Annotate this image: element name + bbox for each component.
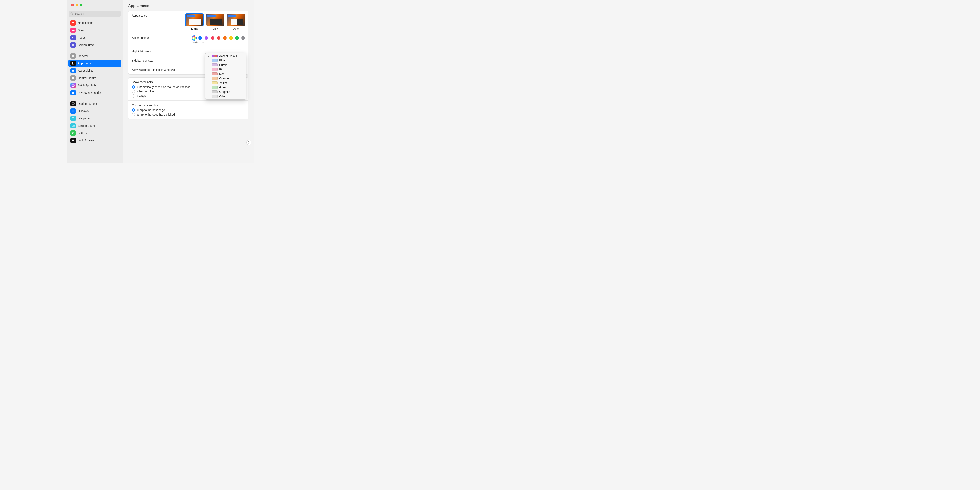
sidebar-item-label: Accessibility [78,69,93,72]
highlight-colour-dropdown[interactable]: ✓Accent ColourBluePurplePinkRedOrangeYel… [205,52,246,100]
sidebar-item-appearance[interactable]: Appearance [68,60,121,67]
sidebar-item-label: Sound [78,29,86,32]
sidebar-item-general[interactable]: General [68,52,121,60]
row-accent-colour: Accent colour Multicolour [129,33,248,47]
dropdown-item-green[interactable]: Green [205,85,246,90]
dropdown-item-label: Red [219,72,224,76]
sidebar-item-label: Wallpaper [78,117,91,120]
sidebar-item-notifications[interactable]: Notifications [68,19,121,27]
appearance-option-dark[interactable]: Dark [206,14,224,30]
radio-option[interactable]: Jump to the spot that's clicked [132,113,245,116]
sidebar-item-screen-saver[interactable]: Screen Saver [68,122,121,129]
accent-swatch-6[interactable] [229,36,233,40]
search-box[interactable] [69,11,121,17]
radio-button[interactable] [132,90,135,93]
svg-rect-4 [72,78,73,79]
bell-icon [70,20,76,25]
accent-swatch-2[interactable] [205,36,208,40]
radio-button[interactable] [132,85,135,89]
search-input[interactable] [75,12,119,15]
dropdown-item-label: Orange [219,77,229,80]
svg-point-9 [73,110,74,112]
sidebar-item-lock-screen[interactable]: Lock Screen [68,137,121,144]
click-scroll-group: Jump to the next pageJump to the spot th… [132,108,245,116]
dropdown-item-orange[interactable]: Orange [205,76,246,81]
sidebar-item-label: Desktop & Dock [78,102,98,105]
radio-button[interactable] [132,94,135,98]
svg-rect-2 [72,77,73,78]
accent-swatch-0[interactable] [192,36,196,40]
svg-point-11 [73,118,73,119]
sidebar-item-privacy-security[interactable]: Privacy & Security [68,89,121,96]
sidebar: NotificationsSoundFocusScreen TimeGenera… [67,0,123,163]
close-button[interactable] [71,4,74,6]
radio-button[interactable] [132,108,135,112]
appearance-option-label: Light [191,27,197,30]
radio-option[interactable]: Jump to the next page [132,108,245,112]
sidebar-item-siri-spotlight[interactable]: Siri & Spotlight [68,82,121,89]
dropdown-item-other[interactable]: Other [205,94,246,99]
dropdown-item-label: Other [219,95,226,98]
dropdown-item-label: Blue [219,59,225,62]
sidebar-item-battery[interactable]: Battery [68,129,121,137]
sidebar-item-sound[interactable]: Sound [68,27,121,34]
sidebar-item-desktop-dock[interactable]: Desktop & Dock [68,100,121,107]
sidebar-item-label: General [78,54,88,57]
hourglass-icon [70,42,76,48]
click-scroll-label: Click in the scroll bar to [132,103,245,107]
radio-button[interactable] [132,113,135,116]
accent-swatch-7[interactable] [235,36,239,40]
radio-label: Automatically based on mouse or trackpad [137,85,191,89]
radio-label: When scrolling [137,90,155,93]
dropdown-item-purple[interactable]: Purple [205,63,246,67]
moon-icon [70,35,76,40]
accent-swatch-8[interactable] [241,36,245,40]
appearance-option-label: Dark [212,27,218,30]
accent-swatch-1[interactable] [199,36,202,40]
svg-rect-3 [73,77,74,78]
sidebar-item-label: Battery [78,132,87,135]
dropdown-item-accent-colour[interactable]: ✓Accent Colour [205,54,246,58]
maximize-button[interactable] [80,4,83,6]
dropdown-item-pink[interactable]: Pink [205,67,246,72]
control-icon [70,75,76,81]
dropdown-item-graphite[interactable]: Graphite [205,90,246,94]
dropdown-item-red[interactable]: Red [205,72,246,76]
colour-swatch [212,68,218,71]
svg-rect-5 [73,78,74,79]
dropdown-item-yellow[interactable]: Yellow [205,81,246,85]
lock-icon [70,138,76,143]
svg-rect-16 [72,140,74,142]
accent-colour-label: Accent colour [132,36,149,40]
appearance-option-label: Auto [233,27,239,30]
accent-swatch-3[interactable] [211,36,215,40]
sidebar-item-screen-time[interactable]: Screen Time [68,41,121,49]
wallpaper-tint-label: Allow wallpaper tinting in windows [132,68,175,72]
dropdown-item-label: Purple [219,63,228,67]
radio-label: Always [137,94,146,98]
appearance-options: LightDarkAuto [185,14,245,30]
dropdown-item-label: Graphite [219,90,230,94]
sound-icon [70,27,76,33]
appearance-thumb-dark [206,14,224,26]
help-button[interactable]: ? [247,140,251,145]
sidebar-item-accessibility[interactable]: Accessibility [68,67,121,74]
colour-swatch [212,95,218,98]
sidebar-item-focus[interactable]: Focus [68,34,121,41]
sidebar-item-label: Notifications [78,21,93,24]
accent-swatch-4[interactable] [217,36,221,40]
window-controls [67,0,123,8]
sidebar-item-control-centre[interactable]: Control Centre [68,74,121,82]
svg-rect-15 [72,133,73,134]
accent-swatch-5[interactable] [223,36,227,40]
appearance-icon [70,60,76,66]
minimize-button[interactable] [76,4,78,6]
sidebar-item-displays[interactable]: Displays [68,107,121,115]
dropdown-item-blue[interactable]: Blue [205,58,246,63]
sidebar-item-wallpaper[interactable]: Wallpaper [68,115,121,122]
sidebar-icon-size-label: Sidebar icon size [132,59,154,62]
colour-swatch [212,54,218,57]
appearance-option-light[interactable]: Light [185,14,204,30]
appearance-option-auto[interactable]: Auto [227,14,245,30]
gear-icon [70,53,76,59]
